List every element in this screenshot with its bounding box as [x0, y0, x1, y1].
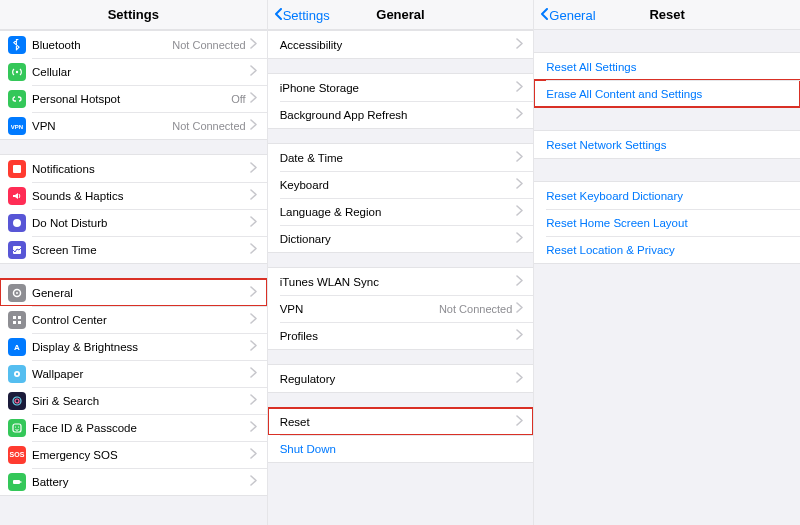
back-to-settings-button[interactable]: Settings: [274, 0, 330, 30]
chevron-right-icon: [250, 216, 257, 229]
row-label: Regulatory: [280, 373, 517, 385]
svg-point-5: [16, 292, 18, 294]
sounds-haptics-row[interactable]: Sounds & Haptics: [0, 182, 267, 209]
bluetooth-row[interactable]: BluetoothNot Connected: [0, 31, 267, 58]
reset-keyboard-dictionary-row[interactable]: Reset Keyboard Dictionary: [534, 182, 800, 209]
row-label: Cellular: [32, 66, 250, 78]
row-label: Reset Keyboard Dictionary: [546, 190, 790, 202]
vpn-icon: VPN: [8, 117, 26, 135]
row-label: Erase All Content and Settings: [546, 88, 790, 100]
siri-search-row[interactable]: Siri & Search: [0, 387, 267, 414]
language-region-row[interactable]: Language & Region: [268, 198, 534, 225]
chevron-right-icon: [250, 286, 257, 299]
row-label: General: [32, 287, 250, 299]
general-scroll[interactable]: Accessibility iPhone StorageBackground A…: [268, 30, 534, 525]
row-label: Display & Brightness: [32, 341, 250, 353]
page-title: General: [376, 7, 424, 22]
row-label: Background App Refresh: [280, 109, 517, 121]
siri-search-icon: [8, 392, 26, 410]
svg-rect-3: [13, 246, 21, 254]
erase-all-content-and-settings-row[interactable]: Erase All Content and Settings: [534, 80, 800, 107]
row-label: Bluetooth: [32, 39, 172, 51]
chevron-right-icon: [250, 162, 257, 175]
back-to-general-button[interactable]: General: [540, 0, 595, 30]
row-label: Control Center: [32, 314, 250, 326]
row-label: iTunes WLAN Sync: [280, 276, 517, 288]
wallpaper-row[interactable]: Wallpaper: [0, 360, 267, 387]
row-label: Shut Down: [280, 443, 524, 455]
svg-point-14: [15, 399, 19, 403]
chevron-right-icon: [250, 189, 257, 202]
chevron-right-icon: [516, 205, 523, 218]
general-row[interactable]: General: [0, 279, 267, 306]
dictionary-row[interactable]: Dictionary: [268, 225, 534, 252]
reset-row[interactable]: Reset: [268, 408, 534, 435]
chevron-right-icon: [516, 151, 523, 164]
battery-icon: [8, 473, 26, 491]
chevron-right-icon: [250, 340, 257, 353]
row-label: Personal Hotspot: [32, 93, 231, 105]
chevron-right-icon: [516, 38, 523, 51]
face-id-passcode-row[interactable]: Face ID & Passcode: [0, 414, 267, 441]
display-brightness-row[interactable]: ADisplay & Brightness: [0, 333, 267, 360]
reset-location-privacy-row[interactable]: Reset Location & Privacy: [534, 236, 800, 263]
personal-hotspot-row[interactable]: Personal HotspotOff: [0, 85, 267, 112]
vpn-row[interactable]: VPNVPNNot Connected: [0, 112, 267, 139]
chevron-right-icon: [516, 275, 523, 288]
reset-home-screen-layout-row[interactable]: Reset Home Screen Layout: [534, 209, 800, 236]
control-center-icon: [8, 311, 26, 329]
row-label: VPN: [32, 120, 172, 132]
svg-rect-18: [13, 480, 20, 484]
bluetooth-icon: [8, 36, 26, 54]
row-label: Reset: [280, 416, 517, 428]
general-header: Settings General: [268, 0, 534, 30]
chevron-right-icon: [250, 243, 257, 256]
svg-rect-7: [18, 316, 21, 319]
regulatory-row[interactable]: Regulatory: [268, 365, 534, 392]
svg-rect-15: [13, 424, 21, 432]
notifications-row[interactable]: Notifications: [0, 155, 267, 182]
svg-point-13: [13, 397, 21, 405]
background-app-refresh-row[interactable]: Background App Refresh: [268, 101, 534, 128]
row-label: Accessibility: [280, 39, 517, 51]
settings-scroll[interactable]: BluetoothNot ConnectedCellularPersonal H…: [0, 30, 267, 525]
svg-rect-2: [13, 165, 21, 173]
chevron-left-icon: [274, 8, 283, 23]
reset-all-settings-row[interactable]: Reset All Settings: [534, 53, 800, 80]
row-label: Language & Region: [280, 206, 517, 218]
row-label: Profiles: [280, 330, 517, 342]
shut-down-row[interactable]: Shut Down: [268, 435, 534, 462]
itunes-wlan-sync-row[interactable]: iTunes WLAN Sync: [268, 268, 534, 295]
row-label: Sounds & Haptics: [32, 190, 250, 202]
row-value: Not Connected: [172, 39, 245, 51]
date-time-row[interactable]: Date & Time: [268, 144, 534, 171]
chevron-right-icon: [250, 65, 257, 78]
screen-time-icon: [8, 241, 26, 259]
reset-network-settings-row[interactable]: Reset Network Settings: [534, 131, 800, 158]
cellular-row[interactable]: Cellular: [0, 58, 267, 85]
svg-rect-9: [18, 321, 21, 324]
do-not-disturb-row[interactable]: Do Not Disturb: [0, 209, 267, 236]
wallpaper-icon: [8, 365, 26, 383]
settings-pane: Settings BluetoothNot ConnectedCellularP…: [0, 0, 267, 525]
chevron-right-icon: [250, 367, 257, 380]
accessibility-row[interactable]: Accessibility: [268, 31, 534, 58]
vpn-general-row[interactable]: VPNNot Connected: [268, 295, 534, 322]
control-center-row[interactable]: Control Center: [0, 306, 267, 333]
profiles-row[interactable]: Profiles: [268, 322, 534, 349]
keyboard-row[interactable]: Keyboard: [268, 171, 534, 198]
svg-rect-8: [13, 321, 16, 324]
row-label: VPN: [280, 303, 439, 315]
row-label: Siri & Search: [32, 395, 250, 407]
iphone-storage-row[interactable]: iPhone Storage: [268, 74, 534, 101]
sounds-haptics-icon: [8, 187, 26, 205]
general-pane: Settings General Accessibility iPhone St…: [267, 0, 534, 525]
battery-row[interactable]: Battery: [0, 468, 267, 495]
screen-time-row[interactable]: Screen Time: [0, 236, 267, 263]
emergency-sos-row[interactable]: SOSEmergency SOS: [0, 441, 267, 468]
reset-scroll[interactable]: Reset All SettingsErase All Content and …: [534, 30, 800, 525]
general-icon: [8, 284, 26, 302]
svg-rect-6: [13, 316, 16, 319]
chevron-right-icon: [250, 421, 257, 434]
chevron-right-icon: [250, 448, 257, 461]
